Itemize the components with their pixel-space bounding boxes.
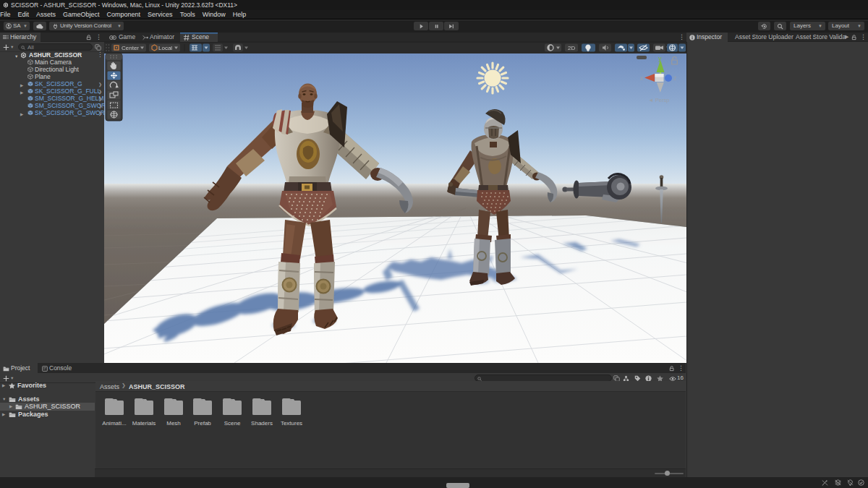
svg-text:◄ Persp: ◄ Persp (648, 97, 669, 103)
svg-text:2D: 2D (568, 45, 575, 51)
svg-text:z: z (673, 74, 676, 82)
svg-text:Local: Local (158, 45, 172, 51)
svg-text:Center: Center (122, 45, 139, 51)
